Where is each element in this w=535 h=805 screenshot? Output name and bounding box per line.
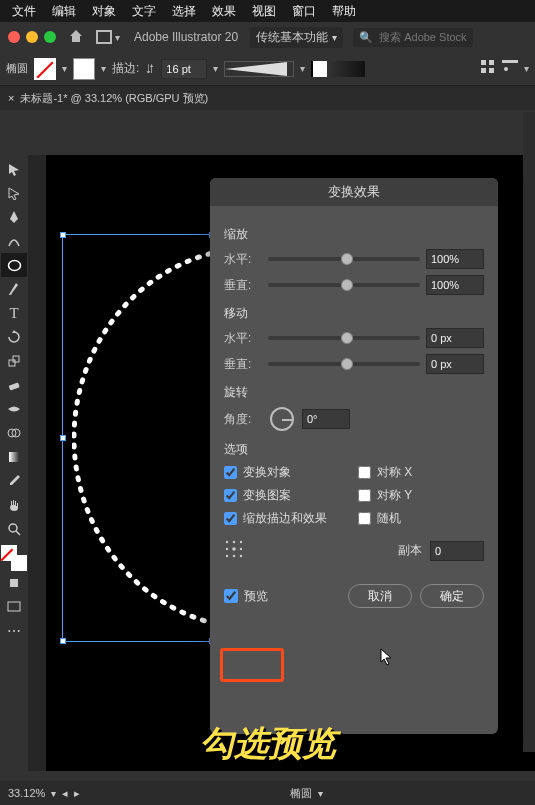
type-tool-icon[interactable]: T [1, 301, 27, 325]
chevron-down-icon[interactable]: ▾ [101, 63, 106, 74]
scale-v-field[interactable]: 100% [426, 275, 484, 295]
nav-next-icon[interactable]: ▸ [74, 787, 80, 800]
zoom-level[interactable]: 33.12% [8, 787, 45, 799]
handle-bl[interactable] [60, 638, 66, 644]
menu-type[interactable]: 文字 [124, 0, 164, 23]
svg-rect-4 [489, 60, 494, 65]
align-icon[interactable] [502, 60, 518, 77]
arrange-documents[interactable]: ▾ [96, 30, 120, 44]
chevron-down-icon[interactable]: ▾ [62, 63, 67, 74]
traffic-zoom-icon[interactable] [44, 31, 56, 43]
status-bar: 33.12% ▾ ◂ ▸ 椭圆 ▾ [0, 781, 535, 805]
svg-point-28 [233, 555, 235, 557]
scale-strokes-checkbox[interactable]: 缩放描边和效果 [224, 510, 350, 527]
transform-objects-checkbox[interactable]: 变换对象 [224, 464, 350, 481]
svg-point-16 [9, 524, 17, 532]
home-icon[interactable] [68, 28, 84, 47]
menu-edit[interactable]: 编辑 [44, 0, 84, 23]
menu-effect[interactable]: 效果 [204, 0, 244, 23]
menu-help[interactable]: 帮助 [324, 0, 364, 23]
paintbrush-tool-icon[interactable] [1, 277, 27, 301]
menu-file[interactable]: 文件 [4, 0, 44, 23]
draw-mode-icon[interactable] [1, 571, 27, 595]
toolbar: T ⋯ [0, 155, 28, 643]
workspace-switcher[interactable]: 传统基本功能 ▾ [250, 27, 343, 48]
traffic-close-icon[interactable] [8, 31, 20, 43]
search-icon: 🔍 [359, 31, 373, 43]
gradient-tool-icon[interactable] [1, 445, 27, 469]
svg-marker-2 [225, 62, 287, 76]
svg-rect-7 [502, 60, 518, 63]
pen-tool-icon[interactable] [1, 205, 27, 229]
svg-point-24 [226, 548, 228, 550]
move-v-slider[interactable] [268, 362, 420, 366]
angle-field[interactable]: 0° [302, 409, 350, 429]
preview-checkbox[interactable]: 预览 [224, 588, 268, 605]
document-tab[interactable]: 未标题-1* @ 33.12% (RGB/GPU 预览) [20, 91, 208, 106]
mirror-x-checkbox[interactable]: 对称 X [358, 464, 484, 481]
handle-tl[interactable] [60, 232, 66, 238]
menu-select[interactable]: 选择 [164, 0, 204, 23]
move-v-field[interactable]: 0 px [426, 354, 484, 374]
screen-mode-icon[interactable] [1, 595, 27, 619]
ok-button[interactable]: 确定 [420, 584, 484, 608]
close-tab-icon[interactable]: × [8, 92, 14, 104]
width-tool-icon[interactable] [1, 397, 27, 421]
scale-tool-icon[interactable] [1, 349, 27, 373]
rotate-tool-icon[interactable] [1, 325, 27, 349]
move-h-label: 水平: [224, 330, 262, 347]
opt-label: 对称 Y [377, 487, 412, 504]
move-h-slider[interactable] [268, 336, 420, 340]
shape-builder-tool-icon[interactable] [1, 421, 27, 445]
stepper-icon[interactable]: ⮃ [145, 63, 155, 74]
chevron-down-icon[interactable]: ▾ [51, 788, 56, 799]
chevron-down-icon[interactable]: ▾ [300, 63, 305, 74]
random-checkbox[interactable]: 随机 [358, 510, 484, 527]
selection-type: 椭圆 [6, 61, 28, 76]
svg-point-22 [233, 541, 235, 543]
menu-window[interactable]: 窗口 [284, 0, 324, 23]
menu-view[interactable]: 视图 [244, 0, 284, 23]
eraser-tool-icon[interactable] [1, 373, 27, 397]
chevron-down-icon[interactable]: ▾ [318, 788, 323, 799]
transform-icon[interactable] [480, 59, 496, 78]
right-panel-collapsed[interactable] [523, 112, 535, 752]
cancel-button[interactable]: 取消 [348, 584, 412, 608]
eyedropper-tool-icon[interactable] [1, 469, 27, 493]
zoom-tool-icon[interactable] [1, 517, 27, 541]
stroke-profile[interactable] [311, 61, 365, 77]
stroke-swatch[interactable] [73, 58, 95, 80]
brush-definition[interactable] [224, 61, 294, 77]
direct-selection-tool-icon[interactable] [1, 181, 27, 205]
reference-point-icon[interactable] [224, 539, 244, 562]
svg-point-9 [8, 260, 20, 270]
selection-tool-icon[interactable] [1, 157, 27, 181]
scale-h-slider[interactable] [268, 257, 420, 261]
chevron-down-icon[interactable]: ▾ [213, 63, 218, 74]
edit-toolbar-icon[interactable]: ⋯ [1, 619, 27, 643]
move-h-field[interactable]: 0 px [426, 328, 484, 348]
ellipse-tool-icon[interactable] [1, 253, 27, 277]
fill-stroke-indicator[interactable] [1, 545, 27, 571]
angle-label: 角度: [224, 411, 262, 428]
scale-v-slider[interactable] [268, 283, 420, 287]
curvature-tool-icon[interactable] [1, 229, 27, 253]
stock-search[interactable]: 🔍 搜索 Adobe Stock [353, 28, 473, 47]
traffic-minimize-icon[interactable] [26, 31, 38, 43]
scale-h-field[interactable]: 100% [426, 249, 484, 269]
nav-prev-icon[interactable]: ◂ [62, 787, 68, 800]
copies-field[interactable]: 0 [430, 541, 484, 561]
fill-swatch[interactable] [34, 58, 56, 80]
stroke-weight-field[interactable]: 16 pt [161, 59, 207, 79]
mirror-y-checkbox[interactable]: 对称 Y [358, 487, 484, 504]
scale-v-label: 垂直: [224, 277, 262, 294]
transform-patterns-checkbox[interactable]: 变换图案 [224, 487, 350, 504]
chevron-down-icon[interactable]: ▾ [524, 63, 529, 74]
angle-dial[interactable] [270, 407, 294, 431]
hand-tool-icon[interactable] [1, 493, 27, 517]
opt-label: 随机 [377, 510, 401, 527]
handle-l[interactable] [60, 435, 66, 441]
menu-object[interactable]: 对象 [84, 0, 124, 23]
window-chrome: ▾ Adobe Illustrator 20 传统基本功能 ▾ 🔍 搜索 Ado… [0, 22, 535, 52]
move-v-label: 垂直: [224, 356, 262, 373]
